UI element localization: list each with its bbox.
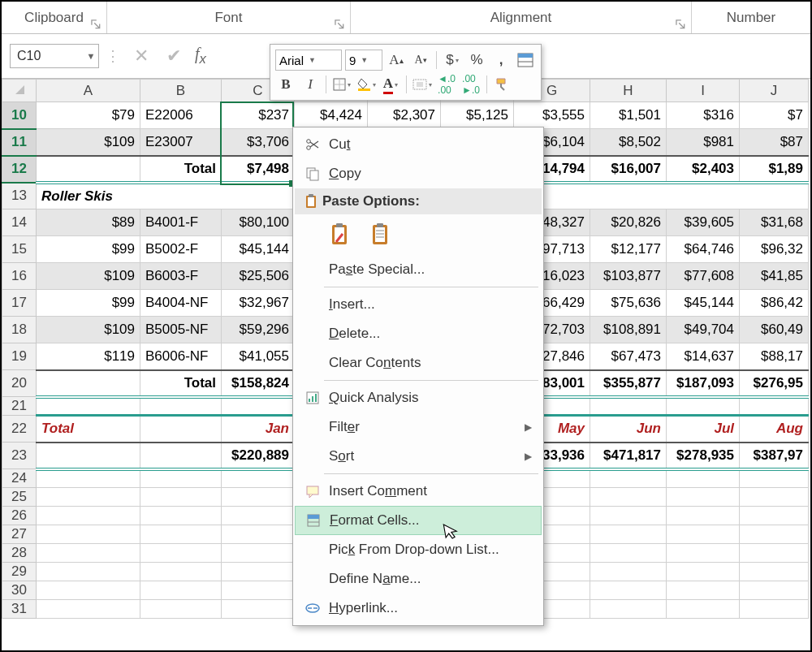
dialog-launcher-icon[interactable] [334, 19, 345, 30]
cell[interactable] [667, 488, 740, 507]
name-box-input[interactable] [11, 45, 84, 67]
cell[interactable]: $99 [37, 290, 140, 317]
cell[interactable]: $79 [37, 102, 140, 129]
row-header-20[interactable]: 20 [2, 370, 37, 397]
borders-icon[interactable]: ▾ [331, 74, 352, 95]
cell[interactable]: B4001-F [140, 209, 222, 236]
cell[interactable]: $158,824 [222, 370, 295, 397]
cell[interactable] [667, 397, 740, 416]
cell[interactable] [667, 581, 740, 600]
cell[interactable]: $2,403 [667, 156, 740, 183]
cell[interactable] [667, 544, 740, 563]
cell[interactable]: $471,817 [590, 443, 667, 469]
ctx-insert[interactable]: Insert... [295, 290, 542, 319]
cell[interactable]: $45,144 [667, 290, 740, 317]
cell[interactable]: $64,746 [667, 236, 740, 263]
cell[interactable]: $89 [37, 209, 140, 236]
row-header-31[interactable]: 31 [2, 600, 37, 619]
cell[interactable]: $49,704 [667, 317, 740, 343]
cell[interactable]: $278,935 [667, 443, 740, 469]
row-header-25[interactable]: 25 [2, 488, 37, 507]
cell[interactable] [590, 507, 667, 525]
cell[interactable] [222, 525, 295, 544]
cell[interactable]: $3,706 [222, 129, 295, 156]
cell[interactable] [667, 600, 740, 619]
column-header-J[interactable]: J [740, 80, 809, 102]
cell[interactable] [37, 600, 140, 619]
cell[interactable] [140, 507, 222, 525]
cell[interactable]: $25,506 [222, 263, 295, 290]
cell[interactable]: $39,605 [667, 209, 740, 236]
column-header-H[interactable]: H [590, 80, 667, 102]
increase-decimal-icon[interactable]: ◄.0.00 [436, 74, 457, 95]
cell[interactable]: $80,100 [222, 209, 295, 236]
row-header-15[interactable]: 15 [2, 236, 37, 263]
row-header-19[interactable]: 19 [2, 343, 37, 370]
cell[interactable] [37, 443, 140, 469]
cell[interactable]: $31,68 [740, 209, 809, 236]
cell[interactable] [37, 563, 140, 581]
font-family-select[interactable]: Arial▼ [275, 50, 342, 71]
cell[interactable] [222, 507, 295, 525]
decrease-decimal-icon[interactable]: .00►.0 [460, 74, 482, 95]
cell[interactable] [740, 469, 809, 488]
cell[interactable]: B5002-F [140, 236, 222, 263]
column-header-A[interactable]: A [37, 80, 140, 102]
cell[interactable] [140, 416, 222, 443]
cell[interactable]: $109 [37, 129, 140, 156]
cell[interactable]: $355,877 [590, 370, 667, 397]
ctx-quick-analysis[interactable]: Quick Analysis [295, 383, 542, 412]
cell[interactable] [222, 563, 295, 581]
cell[interactable] [140, 544, 222, 563]
cell[interactable] [740, 488, 809, 507]
cell[interactable]: B5005-NF [140, 317, 222, 343]
row-header-30[interactable]: 30 [2, 581, 37, 600]
cell[interactable]: $41,85 [740, 263, 809, 290]
paste-option-values[interactable] [368, 221, 395, 248]
row-header-12[interactable]: 12 [2, 156, 37, 183]
row-header-13[interactable]: 13 [2, 183, 37, 209]
cell[interactable] [222, 544, 295, 563]
cell[interactable] [140, 600, 222, 619]
cell[interactable] [590, 397, 667, 416]
cell[interactable]: $32,967 [222, 290, 295, 317]
ctx-format-cells[interactable]: Format Cells... [295, 506, 542, 535]
cell[interactable] [667, 507, 740, 525]
cell[interactable] [590, 544, 667, 563]
cell[interactable] [590, 525, 667, 544]
cell[interactable]: $276,95 [740, 370, 809, 397]
cell[interactable] [222, 488, 295, 507]
dialog-launcher-icon[interactable] [675, 19, 686, 30]
cell[interactable] [140, 443, 222, 469]
cell[interactable] [740, 581, 809, 600]
cell[interactable] [140, 525, 222, 544]
cell[interactable]: E22006 [140, 102, 222, 129]
fx-icon[interactable]: fx [190, 45, 206, 67]
ctx-paste-special[interactable]: Paste Special... [295, 255, 542, 284]
cell[interactable]: Total [140, 156, 222, 183]
cell[interactable] [667, 525, 740, 544]
cell[interactable] [222, 581, 295, 600]
ctx-hyperlink[interactable]: Hyperlink... [295, 594, 542, 623]
row-header-29[interactable]: 29 [2, 563, 37, 581]
cell[interactable]: $96,32 [740, 236, 809, 263]
cell[interactable]: $3,555 [514, 102, 590, 129]
percent-format-icon[interactable]: % [466, 50, 487, 71]
name-box[interactable]: ▼ [10, 44, 99, 68]
font-size-select[interactable]: 9▼ [345, 50, 382, 71]
font-color-icon[interactable]: A▾ [380, 74, 401, 95]
select-all-corner[interactable] [2, 80, 37, 102]
cell[interactable] [667, 563, 740, 581]
cell[interactable]: $109 [37, 317, 140, 343]
cell[interactable] [740, 525, 809, 544]
row-header-28[interactable]: 28 [2, 544, 37, 563]
cell[interactable]: $316 [667, 102, 740, 129]
cell[interactable]: $12,177 [590, 236, 667, 263]
row-header-10[interactable]: 10 [2, 102, 37, 129]
row-header-17[interactable]: 17 [2, 290, 37, 317]
cell[interactable]: Jul [667, 416, 740, 443]
cell[interactable]: $99 [37, 236, 140, 263]
cell[interactable] [740, 397, 809, 416]
row-header-26[interactable]: 26 [2, 507, 37, 525]
column-header-B[interactable]: B [140, 80, 222, 102]
